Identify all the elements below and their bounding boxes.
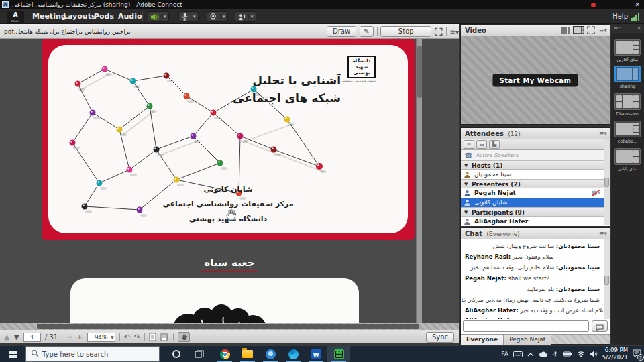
zoom-dropdown-arrow[interactable]: ▼ xyxy=(111,333,114,341)
battery-icon[interactable] xyxy=(563,351,572,357)
sync-button[interactable]: Sync xyxy=(426,332,454,343)
chat-message-input[interactable] xyxy=(463,320,589,332)
layout-label-sharing[interactable]: sharing xyxy=(611,84,644,89)
page-down-icon[interactable]: ▼ xyxy=(13,333,19,341)
webcam-button[interactable]: ▾ xyxy=(207,11,228,22)
task-view-button[interactable] xyxy=(188,346,211,362)
taskbar-chrome[interactable] xyxy=(213,346,236,362)
attendees-scrollbar[interactable] xyxy=(604,139,610,225)
taskbar-edge[interactable] xyxy=(282,346,305,362)
hidden-icons-chevron[interactable] xyxy=(527,352,534,357)
taskbar-adobe-connect[interactable] xyxy=(327,346,350,362)
chat-message: سینا محمودیان: بله بفرمایید xyxy=(465,286,600,292)
fit-width-icon[interactable] xyxy=(160,333,169,341)
attendees-pod-options-icon[interactable]: ≡▾ xyxy=(599,128,607,139)
fullscreen-icon[interactable] xyxy=(435,27,443,36)
chat-tab-private[interactable]: Pegah Nejat xyxy=(504,335,551,345)
layout-thumb-sharing[interactable] xyxy=(614,66,641,82)
start-button[interactable] xyxy=(0,346,25,362)
close-window-button[interactable]: ✕ xyxy=(635,0,640,9)
speaker-dropdown-arrow[interactable]: ▾ xyxy=(161,14,166,19)
attendee-row-participant[interactable]: AliAsghar Hafez xyxy=(461,217,610,226)
layout-label-collaboration[interactable]: collabo... xyxy=(611,139,644,144)
grid-view-icon[interactable] xyxy=(561,27,570,34)
attendee-status-view-icon[interactable]: ▙ xyxy=(489,140,500,149)
zoom-out-icon[interactable]: − xyxy=(66,333,72,341)
chat-pod-options-icon[interactable]: ≡▾ xyxy=(599,228,607,239)
raise-hand-button[interactable]: ▾ xyxy=(235,11,256,22)
collapse-triangle-icon[interactable]: ▼ xyxy=(464,208,468,217)
zoom-in-icon[interactable]: + xyxy=(76,333,83,341)
collapse-triangle-icon[interactable]: ▼ xyxy=(464,161,468,170)
page-number-input[interactable] xyxy=(23,333,41,342)
draw-button[interactable]: Draw xyxy=(327,26,356,37)
taskbar-search[interactable]: Type here to search xyxy=(25,346,160,362)
layouts-close-icon[interactable]: ✕ xyxy=(637,24,641,33)
microphone-dropdown-arrow[interactable]: ▾ xyxy=(191,14,196,19)
language-indicator[interactable]: FA xyxy=(501,351,508,357)
raise-hand-dropdown-arrow[interactable]: ▾ xyxy=(248,14,254,19)
layout-thumb-5[interactable] xyxy=(614,148,641,165)
attendee-row-host[interactable]: سینا محمودیان xyxy=(461,170,610,179)
hosts-group-row[interactable]: ▼ Hosts (1) xyxy=(461,160,610,170)
fit-page-icon[interactable] xyxy=(149,333,156,341)
slide-2 xyxy=(70,278,359,323)
layout-thumb-collaboration[interactable] xyxy=(614,121,641,137)
volume-icon[interactable] xyxy=(590,351,598,357)
hand-tool-button[interactable] xyxy=(178,332,190,342)
layout-label-discussion[interactable]: Discussion xyxy=(611,111,644,117)
share-vertical-scrollbar[interactable] xyxy=(416,39,422,323)
connection-status-icon[interactable] xyxy=(631,13,641,21)
webcam-dropdown-arrow[interactable]: ▾ xyxy=(220,14,225,19)
video-fullscreen-icon[interactable] xyxy=(587,26,595,34)
microphone-button[interactable]: ▾ xyxy=(178,11,199,22)
pod-options-icon[interactable]: ≡▾ xyxy=(450,28,459,36)
start-webcam-button[interactable]: Start My Webcam xyxy=(492,74,578,86)
menu-pods[interactable]: Pods xyxy=(91,9,117,24)
keyboard-icon[interactable] xyxy=(513,351,523,357)
layout-label-1[interactable]: نمای آغازین xyxy=(611,57,644,62)
participants-group-label: Participants (9) xyxy=(472,209,525,216)
rotate-left-icon[interactable]: ↶ xyxy=(124,333,130,341)
share-horizontal-scrollbar[interactable] xyxy=(0,323,459,330)
page-up-icon[interactable]: ▲ xyxy=(4,333,9,341)
taskbar-word[interactable]: w xyxy=(305,346,327,362)
onedrive-cloud-icon[interactable] xyxy=(539,351,548,357)
video-pod-options-icon[interactable]: ≡▾ xyxy=(599,25,607,36)
attendee-row-presenter[interactable]: Pegah Nejat xyxy=(461,188,610,198)
tray-microphone-icon[interactable] xyxy=(553,351,558,358)
attendee-grid-view-icon[interactable]: ⚏ xyxy=(476,140,487,149)
attendees-scrollbar-thumb[interactable] xyxy=(604,178,609,187)
chat-send-button[interactable] xyxy=(592,320,608,332)
collapse-triangle-icon[interactable]: ▼ xyxy=(464,180,468,188)
logo-text-2: شهید بهشتی xyxy=(350,64,374,76)
pencil-tool-button[interactable]: ✎ xyxy=(360,26,373,37)
presenters-group-label: Presenters (2) xyxy=(472,181,521,188)
share-vertical-scrollbar-thumb[interactable] xyxy=(417,46,422,98)
taskbar-people-app[interactable] xyxy=(259,346,282,362)
speaker-button[interactable]: ▾ xyxy=(148,11,169,22)
chat-scrollbar[interactable] xyxy=(604,239,610,319)
presenters-group-row[interactable]: ▼ Presenters (2) xyxy=(461,179,610,188)
wifi-icon[interactable] xyxy=(577,351,585,357)
help-link[interactable]: Help xyxy=(612,9,628,24)
action-center-button[interactable]: 2 xyxy=(633,349,641,359)
layouts-menu-icon[interactable]: ≡⁻ xyxy=(614,24,621,33)
layout-thumb-1[interactable] xyxy=(614,39,641,56)
layout-label-5[interactable]: نمای پایانی xyxy=(611,166,644,172)
attendee-row-presenter-selected[interactable]: شایان کانونی xyxy=(461,198,610,207)
filmstrip-view-icon[interactable] xyxy=(573,26,584,34)
stop-sharing-button[interactable]: Stop Sharing xyxy=(380,26,431,37)
share-horizontal-scrollbar-thumb[interactable] xyxy=(37,324,419,329)
chat-tab-everyone[interactable]: Everyone xyxy=(461,335,504,345)
chat-scrollbar-thumb[interactable] xyxy=(604,276,609,285)
layout-thumb-discussion[interactable] xyxy=(614,93,641,110)
cortana-button[interactable] xyxy=(165,346,188,362)
taskbar-clock[interactable]: 6:09 PM 5/2/2021 xyxy=(602,347,628,361)
zoom-level-select[interactable]: 94% ▼ xyxy=(87,333,115,342)
rotate-right-icon[interactable]: ↷ xyxy=(134,333,140,341)
menu-audio[interactable]: Audio xyxy=(115,9,145,24)
attendee-list-view-icon[interactable]: ≡ xyxy=(464,140,474,149)
participants-group-row[interactable]: ▼ Participants (9) xyxy=(461,207,610,217)
taskbar-file-explorer[interactable] xyxy=(236,346,259,362)
